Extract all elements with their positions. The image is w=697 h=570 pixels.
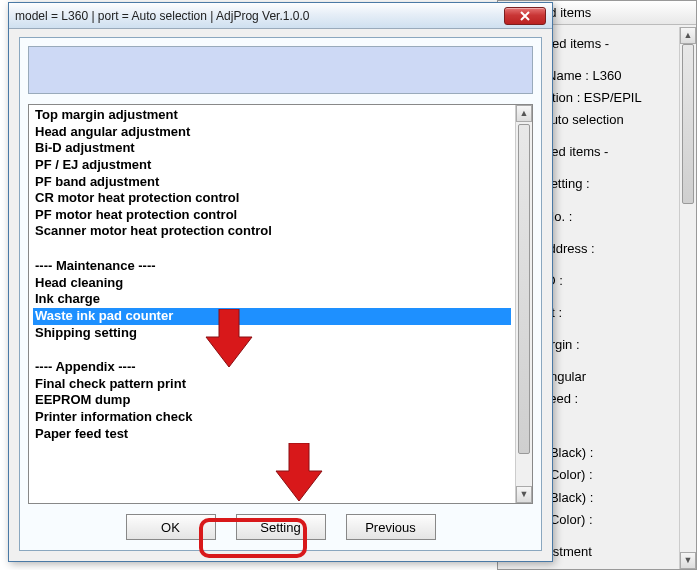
list-item[interactable]: Waste ink pad counter: [33, 308, 511, 325]
setting-button[interactable]: Setting: [236, 514, 326, 540]
list-item[interactable]: CR motor heat protection control: [33, 190, 511, 207]
list-item[interactable]: Bi-D adjustment: [33, 140, 511, 157]
panel-scrollbar[interactable]: ▲ ▼: [679, 27, 696, 569]
dialog-title: model = L360 | port = Auto selection | A…: [15, 9, 504, 23]
list-item[interactable]: Final check pattern print: [33, 376, 511, 393]
ok-button[interactable]: OK: [126, 514, 216, 540]
adjprog-dialog: model = L360 | port = Auto selection | A…: [8, 2, 553, 562]
list-item[interactable]: PF / EJ adjustment: [33, 157, 511, 174]
close-icon: [520, 11, 530, 21]
list-item[interactable]: Paper feed test: [33, 426, 511, 443]
scroll-down-icon[interactable]: ▼: [516, 486, 532, 503]
scroll-up-icon[interactable]: ▲: [516, 105, 532, 122]
scroll-thumb[interactable]: [518, 124, 530, 454]
list-item[interactable]: Head cleaning: [33, 275, 511, 292]
dialog-body: Top margin adjustmentHead angular adjust…: [19, 37, 542, 551]
list-item[interactable]: Scanner motor heat protection control: [33, 223, 511, 240]
list-item[interactable]: EEPROM dump: [33, 392, 511, 409]
list-item[interactable]: ---- Appendix ----: [33, 359, 511, 376]
list-scrollbar[interactable]: ▲ ▼: [515, 105, 532, 503]
previous-button[interactable]: Previous: [346, 514, 436, 540]
list-item[interactable]: Top margin adjustment: [33, 107, 511, 124]
close-button[interactable]: [504, 7, 546, 25]
scroll-thumb[interactable]: [682, 44, 694, 204]
list-item[interactable]: Shipping setting: [33, 325, 511, 342]
list-content: Top margin adjustmentHead angular adjust…: [29, 105, 515, 503]
list-item[interactable]: PF motor heat protection control: [33, 207, 511, 224]
scroll-down-icon[interactable]: ▼: [680, 552, 696, 569]
button-row: OK Setting Previous: [20, 510, 541, 544]
list-item[interactable]: ---- Maintenance ----: [33, 258, 511, 275]
adjustment-listbox[interactable]: Top margin adjustmentHead angular adjust…: [28, 104, 533, 504]
list-item[interactable]: Ink charge: [33, 291, 511, 308]
list-item[interactable]: Printer information check: [33, 409, 511, 426]
dialog-titlebar[interactable]: model = L360 | port = Auto selection | A…: [9, 3, 552, 29]
info-banner: [28, 46, 533, 94]
list-item[interactable]: Head angular adjustment: [33, 124, 511, 141]
scroll-track[interactable]: [680, 44, 696, 552]
list-item[interactable]: PF band adjustment: [33, 174, 511, 191]
scroll-up-icon[interactable]: ▲: [680, 27, 696, 44]
